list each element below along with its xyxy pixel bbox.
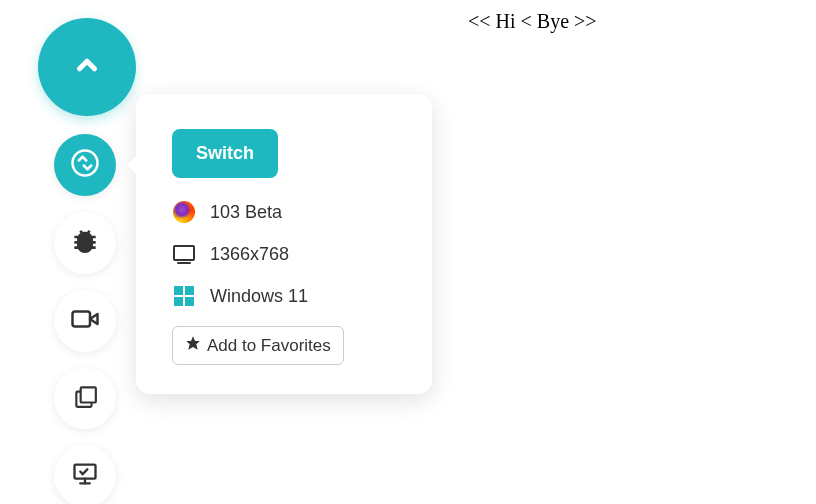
sidebar-tools (54, 134, 116, 504)
svg-rect-1 (73, 312, 91, 327)
display-tool-button[interactable] (54, 445, 116, 504)
collapse-fab[interactable] (38, 18, 136, 116)
browser-version-label: 103 Beta (210, 202, 282, 223)
os-label: Windows 11 (210, 286, 308, 307)
monitor-icon (172, 242, 196, 266)
resolution-info-row: 1366x768 (172, 242, 397, 266)
video-tool-button[interactable] (54, 290, 116, 352)
browser-info-row: 103 Beta (172, 200, 397, 224)
add-favorites-button[interactable]: Add to Favorites (172, 326, 344, 365)
presentation-icon (71, 460, 99, 492)
os-info-row: Windows 11 (172, 284, 397, 308)
svg-point-0 (73, 151, 98, 176)
windows-icon (172, 284, 196, 308)
layers-icon (72, 383, 98, 413)
swap-icon (70, 148, 100, 182)
resolution-label: 1366x768 (210, 244, 289, 265)
switch-button[interactable]: Switch (172, 129, 278, 178)
switch-popup: Switch 103 Beta 1366x768 Windows 11 Add … (136, 94, 432, 394)
bug-tool-button[interactable] (54, 212, 116, 274)
svg-marker-10 (186, 336, 199, 349)
svg-rect-4 (81, 387, 96, 402)
star-icon (185, 335, 201, 356)
chevron-up-icon (72, 50, 102, 84)
firefox-icon (172, 200, 196, 224)
page-header-text: << Hi < Bye >> (468, 10, 597, 33)
screenshot-tool-button[interactable] (54, 368, 116, 429)
video-icon (70, 304, 100, 338)
favorites-label: Add to Favorites (207, 336, 331, 356)
bug-icon (69, 225, 101, 261)
switch-tool-button[interactable] (54, 134, 116, 196)
svg-rect-8 (174, 246, 194, 260)
